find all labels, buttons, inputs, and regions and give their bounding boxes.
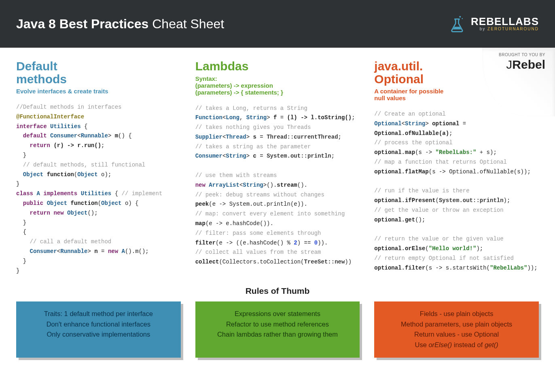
content: BROUGHT TO YOU BY JRebel Defaultmethods … (0, 48, 555, 374)
tip-boxes: Traits: 1 default method per interfaceDo… (16, 301, 539, 357)
brought-to-you-by: BROUGHT TO YOU BY (474, 53, 545, 57)
brand-byline: by ZEROTURNAROUND (471, 27, 539, 32)
flask-icon (447, 15, 466, 33)
code-block: // Create an optionalOptional<String> op… (374, 110, 539, 273)
section-title: Defaultmethods (16, 60, 181, 85)
section-title: Lambdas (195, 60, 360, 73)
title-bold: Java 8 Best Practices (16, 17, 148, 31)
tip-lambdas: Expressions over statementsRefactor to u… (195, 301, 360, 357)
code-block: // takes a Long, returns a StringFunctio… (195, 104, 360, 268)
code-block: //Default methods in interfaces@Function… (16, 103, 181, 276)
jrebel-logo: JRebel (474, 58, 545, 72)
brand-name: REBELLABS (471, 16, 539, 27)
page-title: Java 8 Best Practices Cheat Sheet (16, 17, 224, 32)
column-lambdas: Lambdas Syntax: (parameters) -> expressi… (195, 60, 360, 276)
svg-point-1 (462, 18, 463, 19)
rebel-labs-logo: REBELLABS by ZEROTURNAROUND (447, 15, 539, 33)
section-subtitle: Evolve interfaces & create traits (16, 88, 181, 95)
header: Java 8 Best Practices Cheat Sheet REBELL… (0, 0, 555, 48)
rules-heading: Rules of Thumb (16, 286, 539, 296)
svg-point-0 (459, 16, 461, 17)
page-curl: BROUGHT TO YOU BY JRebel (474, 48, 555, 116)
column-default-methods: Defaultmethods Evolve interfaces & creat… (16, 60, 181, 276)
section-subtitle: Syntax: (parameters) -> expression (para… (195, 75, 360, 96)
tip-optional: Fields - use plain objectsMethod paramet… (374, 301, 539, 357)
title-rest: Cheat Sheet (148, 17, 224, 31)
tip-default-methods: Traits: 1 default method per interfaceDo… (16, 301, 181, 357)
